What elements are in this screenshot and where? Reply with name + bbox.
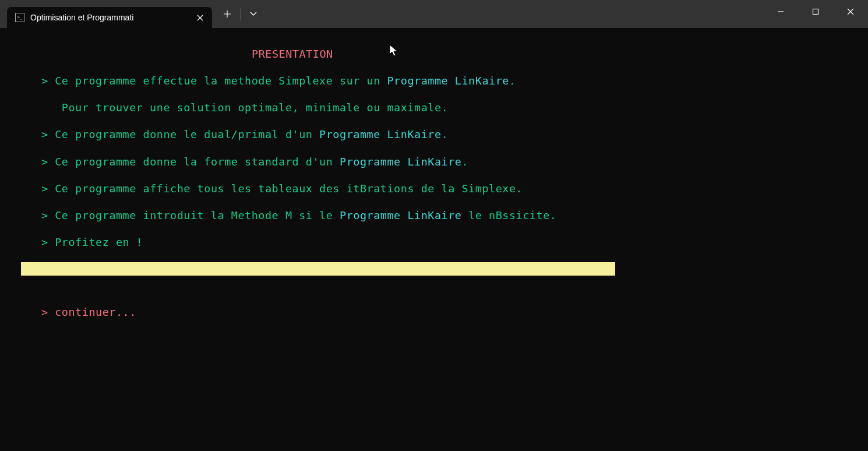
terminal-icon: >_ [15,13,24,22]
titlebar-buttons [216,0,265,28]
plus-icon [224,10,231,17]
new-tab-button[interactable] [216,4,239,24]
maximize-button[interactable] [798,0,833,23]
terminal-line: > Ce programme donne le dual/primal d'un… [0,128,868,141]
window-titlebar: >_ Optimisation et Programmati [0,0,868,28]
terminal-output[interactable]: PRESENTATION > Ce programme effectue la … [0,28,868,319]
close-tab-button[interactable] [195,12,205,23]
terminal-line: Pour trouver une solution optimale, mini… [0,101,868,114]
continue-prompt: > continuer... [0,305,868,319]
svg-rect-0 [813,9,818,15]
maximize-icon [812,8,819,15]
terminal-line: > Ce programme affiche tous les tableaux… [0,182,868,195]
titlebar-divider [240,8,241,20]
terminal-line: > Ce programme introduit la Methode M si… [0,209,868,222]
close-icon [847,8,854,15]
chevron-down-icon [250,12,257,16]
active-tab[interactable]: >_ Optimisation et Programmati [7,7,212,28]
tab-dropdown-button[interactable] [242,4,265,24]
minimize-button[interactable] [763,0,798,23]
terminal-line: > Ce programme effectue la methode Simpl… [0,74,868,87]
window-controls [763,0,868,23]
close-window-button[interactable] [833,0,868,23]
close-icon [197,15,203,21]
terminal-line: > Ce programme donne la forme standard d… [0,155,868,168]
presentation-heading: PRESENTATION [0,47,868,61]
terminal-line: > Profitez en ! [0,235,868,249]
minimize-icon [777,8,784,15]
tab-title: Optimisation et Programmati [30,13,191,22]
divider-bar [21,262,615,276]
